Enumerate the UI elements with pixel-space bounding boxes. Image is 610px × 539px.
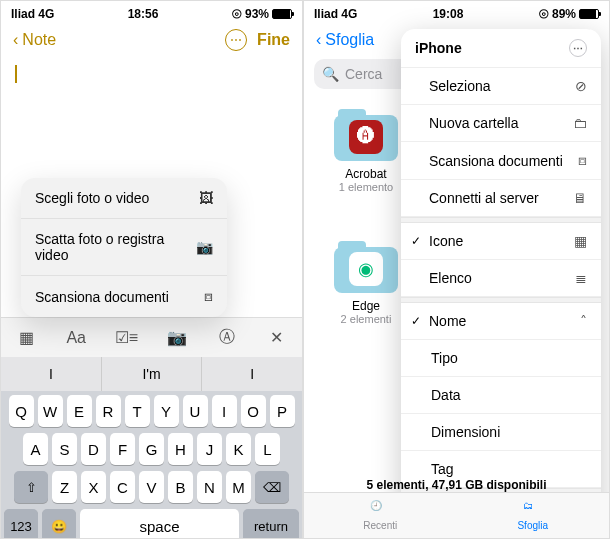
key-r[interactable]: R	[96, 395, 121, 427]
key-s[interactable]: S	[52, 433, 77, 465]
prediction-3[interactable]: I	[202, 357, 302, 391]
key-y[interactable]: Y	[154, 395, 179, 427]
shift-key[interactable]: ⇧	[14, 471, 48, 503]
key-e[interactable]: E	[67, 395, 92, 427]
close-keyboard-icon[interactable]: ✕	[262, 323, 292, 353]
numbers-key[interactable]: 123	[4, 509, 38, 539]
emoji-key[interactable]: 😀	[42, 509, 76, 539]
prediction-2[interactable]: I'm	[102, 357, 203, 391]
edge-badge-icon: ◉	[349, 252, 383, 286]
opt-sort-date[interactable]: Data	[401, 377, 601, 414]
key-i[interactable]: I	[212, 395, 237, 427]
key-g[interactable]: G	[139, 433, 164, 465]
dropdown-title: iPhone ⋯	[401, 29, 601, 68]
battery-percent: ⦾ 93%	[232, 7, 269, 21]
folder-count: 2 elementi	[326, 313, 406, 325]
key-v[interactable]: V	[139, 471, 164, 503]
key-k[interactable]: K	[226, 433, 251, 465]
markup-icon[interactable]: Ⓐ	[212, 323, 242, 353]
photo-icon: 🖼	[199, 190, 213, 206]
back-button[interactable]: ‹ Sfoglia	[316, 31, 374, 49]
note-editor[interactable]: Scegli foto o video 🖼 Scatta foto o regi…	[1, 57, 302, 317]
new-folder-icon: 🗀	[573, 115, 587, 131]
key-b[interactable]: B	[168, 471, 193, 503]
keyboard: QWERTYUIOP ASDFGHJKL ⇧ZXCVBNM⌫ 123 😀 spa…	[1, 391, 302, 539]
key-h[interactable]: H	[168, 433, 193, 465]
status-bar: Iliad 4G 18:56 ⦾ 93%	[1, 1, 302, 23]
key-m[interactable]: M	[226, 471, 251, 503]
camera-toolbar-icon[interactable]: 📷	[162, 323, 192, 353]
key-d[interactable]: D	[81, 433, 106, 465]
nav-bar: ‹ Note ⋯ Fine	[1, 23, 302, 57]
chevron-up-icon: ˄	[580, 313, 587, 329]
carrier-label: Iliad 4G	[314, 7, 357, 21]
notes-screen: Iliad 4G 18:56 ⦾ 93% ‹ Note ⋯ Fine Scegl…	[0, 0, 303, 539]
folder-icon: 🗂	[523, 500, 543, 518]
key-p[interactable]: P	[270, 395, 295, 427]
scan-icon: ⧈	[204, 288, 213, 305]
backspace-key[interactable]: ⌫	[255, 471, 289, 503]
folder-edge[interactable]: ◉ Edge 2 elementi	[326, 239, 406, 325]
opt-scan-documents[interactable]: Scansiona documenti⧈	[401, 142, 601, 180]
camera-icon: 📷	[196, 239, 213, 255]
more-icon[interactable]: ⋯	[569, 39, 587, 57]
opt-view-icons[interactable]: ✓Icone▦	[401, 223, 601, 260]
back-button[interactable]: ‹ Note	[13, 31, 56, 49]
menu-take-photo[interactable]: Scatta foto o registra video 📷	[21, 219, 227, 276]
text-cursor	[15, 65, 17, 83]
server-icon: 🖥	[573, 190, 587, 206]
opt-select[interactable]: Seleziona⊘	[401, 68, 601, 105]
chevron-left-icon: ‹	[316, 31, 321, 49]
options-dropdown: iPhone ⋯ Seleziona⊘ Nuova cartella🗀 Scan…	[401, 29, 601, 531]
clock: 18:56	[128, 7, 159, 21]
return-key[interactable]: return	[243, 509, 299, 539]
tab-bar: 🕘 Recenti 🗂 Sfoglia	[304, 492, 609, 538]
acrobat-badge-icon: 🅐	[349, 120, 383, 154]
done-button[interactable]: Fine	[257, 31, 290, 49]
space-key[interactable]: space	[80, 509, 239, 539]
chevron-left-icon: ‹	[13, 31, 18, 49]
key-f[interactable]: F	[110, 433, 135, 465]
attach-menu: Scegli foto o video 🖼 Scatta foto o regi…	[21, 178, 227, 317]
tab-browse[interactable]: 🗂 Sfoglia	[457, 493, 610, 538]
more-button[interactable]: ⋯	[225, 29, 247, 51]
menu-choose-photo[interactable]: Scegli foto o video 🖼	[21, 178, 227, 219]
key-t[interactable]: T	[125, 395, 150, 427]
opt-view-list[interactable]: Elenco≣	[401, 260, 601, 297]
key-z[interactable]: Z	[52, 471, 77, 503]
search-icon: 🔍	[322, 66, 339, 82]
key-q[interactable]: Q	[9, 395, 34, 427]
clock: 19:08	[433, 7, 464, 21]
menu-label: Scansiona documenti	[35, 289, 169, 305]
grid-icon: ▦	[574, 233, 587, 249]
key-l[interactable]: L	[255, 433, 280, 465]
select-icon: ⊘	[575, 78, 587, 94]
key-n[interactable]: N	[197, 471, 222, 503]
key-w[interactable]: W	[38, 395, 63, 427]
key-a[interactable]: A	[23, 433, 48, 465]
key-x[interactable]: X	[81, 471, 106, 503]
opt-connect-server[interactable]: Connetti al server🖥	[401, 180, 601, 217]
key-u[interactable]: U	[183, 395, 208, 427]
opt-sort-name[interactable]: ✓Nome˄	[401, 303, 601, 340]
tab-recents[interactable]: 🕘 Recenti	[304, 493, 457, 538]
opt-sort-size[interactable]: Dimensioni	[401, 414, 601, 451]
checklist-icon[interactable]: ☑≡	[111, 323, 141, 353]
opt-sort-type[interactable]: Tipo	[401, 340, 601, 377]
search-placeholder: Cerca	[345, 66, 382, 82]
table-icon[interactable]: ▦	[11, 323, 41, 353]
folder-name: Edge	[326, 299, 406, 313]
folder-icon: ◉	[334, 239, 398, 293]
folder-acrobat[interactable]: 🅐 Acrobat 1 elemento	[326, 107, 406, 193]
status-bar: Iliad 4G 19:08 ⦾ 89%	[304, 1, 609, 23]
key-c[interactable]: C	[110, 471, 135, 503]
prediction-1[interactable]: I	[1, 357, 102, 391]
menu-scan-documents[interactable]: Scansiona documenti ⧈	[21, 276, 227, 317]
key-o[interactable]: O	[241, 395, 266, 427]
format-icon[interactable]: Aa	[61, 323, 91, 353]
key-j[interactable]: J	[197, 433, 222, 465]
opt-new-folder[interactable]: Nuova cartella🗀	[401, 105, 601, 142]
carrier-label: Iliad 4G	[11, 7, 54, 21]
files-screen: Iliad 4G 19:08 ⦾ 89% ‹ Sfoglia ⋯ 🔍 Cerca…	[303, 0, 610, 539]
check-icon: ✓	[411, 314, 421, 328]
